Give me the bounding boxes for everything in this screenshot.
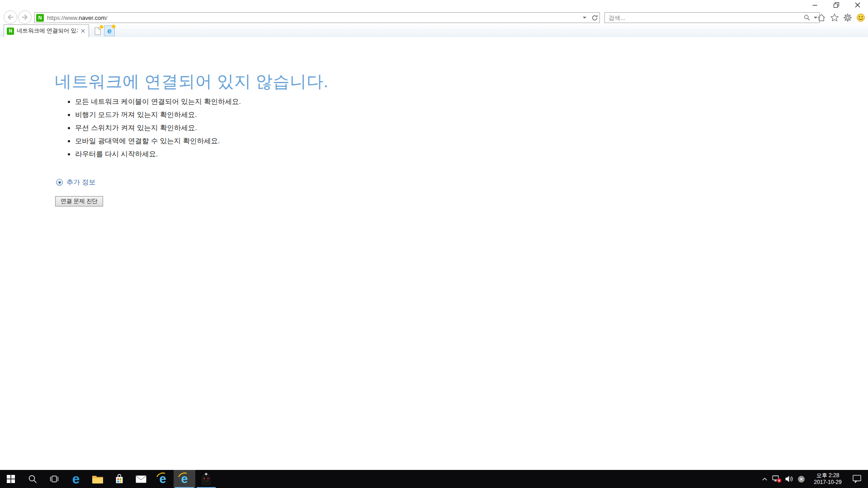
back-arrow-icon (4, 11, 17, 23)
task-view-icon (49, 474, 59, 483)
more-info-label: 추가 정보 (66, 178, 95, 187)
chevron-up-icon (762, 477, 768, 481)
taskbar-search-button[interactable] (22, 470, 43, 488)
list-item: 모바일 광대역에 연결할 수 있는지 확인하세요. (75, 134, 241, 147)
more-info-expander[interactable]: 추가 정보 (56, 178, 95, 187)
search-icon (804, 14, 810, 21)
smiley-icon (856, 13, 865, 22)
speaker-icon (785, 475, 793, 483)
list-item: 라우터를 다시 시작하세요. (75, 147, 241, 160)
window-controls (804, 0, 868, 10)
restore-icon (834, 2, 839, 8)
troubleshooting-list: 모든 네트워크 케이블이 연결되어 있는지 확인하세요. 비행기 모드가 꺼져 … (61, 95, 241, 160)
search-icon (28, 474, 37, 483)
home-icon (817, 13, 826, 22)
page-content: 네트워크에 연결되어 있지 않습니다. 모든 네트워크 케이블이 연결되어 있는… (0, 37, 868, 470)
taskbar-ie-icon[interactable]: e (152, 470, 174, 488)
volume-icon[interactable] (783, 470, 795, 488)
naver-favicon: N (36, 14, 44, 22)
action-center-icon (853, 475, 861, 483)
taskbar-clock[interactable]: 오후 2:28 2017-10-29 (810, 472, 845, 486)
mail-envelope-icon (136, 475, 146, 483)
x-circle-icon (797, 475, 805, 483)
open-in-edge-button[interactable]: e (104, 25, 115, 36)
action-center-button[interactable] (848, 470, 865, 488)
url-text: https://www.naver.com/ (47, 14, 108, 21)
taskbar-store-icon[interactable] (108, 470, 130, 488)
gear-icon (843, 13, 852, 22)
naver-favicon: N (7, 28, 14, 35)
edge-logo-icon: e (72, 472, 80, 486)
tray-app-close-icon[interactable] (795, 470, 807, 488)
tab-close-button[interactable] (80, 28, 86, 34)
system-tray: 오후 2:28 2017-10-29 (759, 470, 868, 488)
star-icon (830, 13, 839, 22)
url-path: / (106, 14, 108, 21)
address-bar[interactable]: N https://www.naver.com/ (34, 12, 600, 23)
close-button[interactable] (847, 0, 868, 10)
list-item: 모든 네트워크 케이블이 연결되어 있는지 확인하세요. (75, 95, 241, 108)
list-item: 비행기 모드가 꺼져 있는지 확인하세요. (75, 108, 241, 121)
start-button[interactable] (0, 470, 22, 488)
close-icon (855, 2, 860, 8)
ie-logo-icon: e (178, 472, 191, 486)
toolbar-icons (816, 12, 867, 23)
favorites-button[interactable] (830, 13, 840, 23)
ie-swoosh-icon (154, 470, 171, 487)
game-mascot-icon (200, 472, 212, 486)
restore-button[interactable] (826, 0, 847, 10)
back-button[interactable] (4, 10, 17, 24)
new-tab-button[interactable] (93, 26, 103, 36)
expander-chevron-icon (56, 179, 63, 186)
clock-time: 오후 2:28 (810, 472, 845, 479)
refresh-icon (591, 14, 598, 21)
folder-icon (92, 474, 104, 484)
search-input[interactable] (605, 14, 802, 21)
network-disconnected-icon (772, 475, 782, 483)
taskbar-edge-icon[interactable]: e (65, 470, 87, 488)
home-button[interactable] (816, 13, 826, 23)
url-protocol: https://www. (47, 14, 79, 21)
minimize-icon (812, 3, 817, 8)
page-title: 네트워크에 연결되어 있지 않습니다. (55, 70, 329, 93)
list-item: 무선 스위치가 켜져 있는지 확인하세요. (75, 121, 241, 134)
feedback-button[interactable] (856, 13, 866, 23)
diagnose-connection-button[interactable]: 연결 문제 진단 (55, 196, 103, 206)
sparkle-icon (112, 24, 116, 29)
edge-logo-icon: e (107, 27, 111, 35)
forward-button[interactable] (18, 10, 32, 24)
settings-button[interactable] (843, 13, 853, 23)
task-view-button[interactable] (43, 470, 65, 488)
ie-swoosh-icon (176, 470, 193, 487)
tab-network-error[interactable]: N 네트워크에 연결되어 있지 ... (4, 24, 89, 37)
minimize-button[interactable] (804, 0, 826, 10)
taskbar-file-explorer-icon[interactable] (87, 470, 108, 488)
taskbar-mail-icon[interactable] (130, 470, 152, 488)
clock-date: 2017-10-29 (810, 479, 845, 486)
tab-strip: N 네트워크에 연결되어 있지 ... e (0, 24, 868, 37)
chevron-down-icon (583, 17, 586, 19)
refresh-button[interactable] (590, 13, 599, 23)
network-status-icon[interactable] (771, 470, 783, 488)
ie-logo-icon: e (156, 472, 170, 486)
store-bag-icon (114, 474, 124, 484)
windows-logo-icon (7, 475, 15, 483)
taskbar-game-app-icon[interactable] (195, 470, 217, 488)
close-icon (81, 29, 85, 33)
search-box[interactable] (604, 12, 820, 23)
autocomplete-dropdown-button[interactable] (580, 13, 590, 23)
show-hidden-icons-button[interactable] (759, 470, 771, 488)
tab-title: 네트워크에 연결되어 있지 ... (17, 27, 78, 35)
url-host: naver.com (79, 14, 106, 21)
forward-arrow-icon (19, 11, 31, 23)
taskbar: e e e (0, 470, 868, 488)
taskbar-ie-icon-active[interactable]: e (174, 470, 195, 488)
search-button[interactable] (802, 13, 812, 23)
